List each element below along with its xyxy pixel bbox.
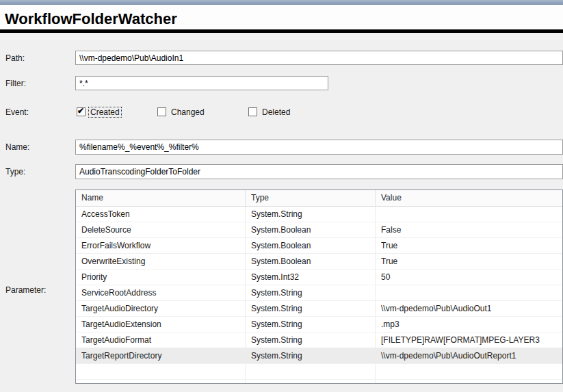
parameter-type-cell: System.Boolean xyxy=(246,238,376,253)
parameter-table: Name Type Value AccessToken System.Strin… xyxy=(75,190,563,384)
event-option-created[interactable]: Created xyxy=(77,106,121,118)
parameter-row[interactable]: Priority System.Int32 50 xyxy=(76,270,562,285)
parameter-name-cell: TargetAudioExtension xyxy=(76,317,246,332)
parameter-name-cell: AccessToken xyxy=(76,207,246,222)
parameter-type-cell: System.String xyxy=(246,332,376,348)
parameter-row[interactable] xyxy=(76,380,562,384)
parameter-name-cell: TargetAudioDirectory xyxy=(76,301,246,316)
parameter-row[interactable]: TargetReportDirectory System.String \\vm… xyxy=(76,348,562,364)
parameter-value-cell: \\vm-dpedemo\Pub\AudioOut1 xyxy=(376,301,562,316)
parameter-row[interactable]: TargetAudioExtension System.String .mp3 xyxy=(76,317,562,332)
parameter-row[interactable]: TargetAudioFormat System.String [FILETYP… xyxy=(76,332,562,348)
type-input[interactable] xyxy=(75,164,563,179)
parameter-name-cell: DeleteSource xyxy=(76,222,246,237)
title-underline-rule xyxy=(0,29,563,33)
parameter-name-cell: ErrorFailsWorkflow xyxy=(76,238,246,253)
parameter-name-cell: ServiceRootAddress xyxy=(76,285,246,300)
title-strip: WorkflowFolderWatcher xyxy=(0,5,563,29)
parameter-row[interactable]: TargetAudioDirectory System.String \\vm-… xyxy=(76,301,562,317)
parameter-row[interactable]: ServiceRootAddress System.String xyxy=(76,285,562,301)
parameter-value-cell: .mp3 xyxy=(376,317,562,332)
workflow-folder-watcher-panel: WorkflowFolderWatcher Path: Filter: Even… xyxy=(0,0,563,392)
changed-checkbox-label: Changed xyxy=(170,107,206,117)
parameter-row[interactable] xyxy=(76,364,562,380)
column-header-type[interactable]: Type xyxy=(246,190,376,206)
parameter-row[interactable]: ErrorFailsWorkflow System.Boolean True xyxy=(76,238,562,254)
top-accent-bar xyxy=(0,0,563,5)
parameter-type-cell: System.Boolean xyxy=(246,222,376,237)
column-header-value[interactable]: Value xyxy=(376,190,562,206)
parameter-label: Parameter: xyxy=(5,285,46,295)
parameter-name-cell xyxy=(76,380,246,384)
parameter-row[interactable]: DeleteSource System.Boolean False xyxy=(76,222,562,238)
deleted-checkbox[interactable] xyxy=(248,107,257,116)
parameter-type-cell: System.String xyxy=(246,348,376,363)
parameter-name-cell: TargetAudioFormat xyxy=(76,332,246,348)
parameter-value-cell xyxy=(376,364,562,379)
created-checkbox[interactable] xyxy=(77,107,86,116)
parameter-value-cell: True xyxy=(376,238,562,253)
parameter-value-cell xyxy=(376,207,562,222)
parameter-value-cell xyxy=(376,380,562,384)
parameter-type-cell xyxy=(246,380,376,384)
filter-label: Filter: xyxy=(5,79,26,88)
parameter-row[interactable]: AccessToken System.String xyxy=(76,207,562,222)
parameter-value-cell: 50 xyxy=(376,270,562,285)
parameter-name-cell: OverwriteExisting xyxy=(76,254,246,269)
parameter-row[interactable]: OverwriteExisting System.Boolean True xyxy=(76,254,562,270)
column-header-name[interactable]: Name xyxy=(76,190,246,206)
parameter-name-cell: TargetReportDirectory xyxy=(76,348,246,363)
parameter-type-cell: System.String xyxy=(246,301,376,316)
name-input[interactable] xyxy=(75,140,563,155)
event-option-changed[interactable]: Changed xyxy=(157,106,206,118)
deleted-checkbox-label: Deleted xyxy=(261,107,291,117)
parameter-type-cell xyxy=(246,364,376,379)
parameter-type-cell: System.String xyxy=(246,317,376,332)
parameter-name-cell xyxy=(76,364,246,379)
parameter-value-cell: False xyxy=(376,222,562,237)
parameter-name-cell: Priority xyxy=(76,270,246,285)
parameter-table-header: Name Type Value xyxy=(76,190,562,207)
parameter-rows: AccessToken System.String DeleteSource S… xyxy=(76,207,562,384)
created-checkbox-label: Created xyxy=(89,107,121,117)
filter-input[interactable] xyxy=(75,76,328,90)
changed-checkbox[interactable] xyxy=(157,107,166,116)
parameter-type-cell: System.String xyxy=(246,285,376,300)
page-title: WorkflowFolderWatcher xyxy=(5,10,177,28)
parameter-type-cell: System.Int32 xyxy=(246,270,376,285)
parameter-value-cell xyxy=(376,285,562,300)
parameter-value-cell: [FILETYPE]RAW[FORMAT]MPEG-LAYER3 xyxy=(376,332,562,348)
parameter-type-cell: System.String xyxy=(246,207,376,222)
event-option-deleted[interactable]: Deleted xyxy=(248,106,291,118)
path-input[interactable] xyxy=(75,51,563,65)
name-label: Name: xyxy=(5,142,29,152)
parameter-value-cell: \\vm-dpedemo\Pub\AudioOutReport1 xyxy=(376,348,562,363)
type-label: Type: xyxy=(5,167,25,177)
parameter-type-cell: System.Boolean xyxy=(246,254,376,269)
parameter-value-cell: True xyxy=(376,254,562,269)
path-label: Path: xyxy=(5,53,25,63)
event-label: Event: xyxy=(5,107,29,117)
